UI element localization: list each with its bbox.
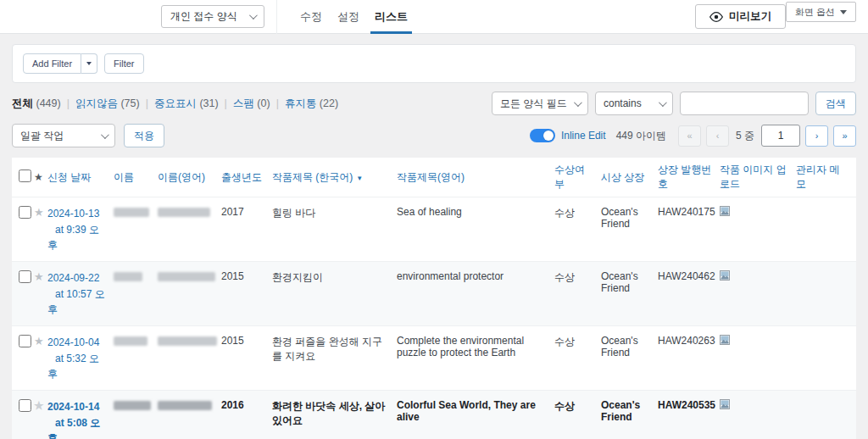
cell-certificate-no: HAW240462	[658, 262, 720, 326]
cell-title-ko: 환경지킴이	[272, 262, 397, 326]
list-controls: Inline Edit 449 아이템 « ‹ 5 중 › »	[530, 125, 856, 147]
row-checkbox[interactable]	[19, 399, 31, 412]
row-checkbox[interactable]	[19, 335, 31, 347]
screen-options-button[interactable]: 화면 옵션	[786, 2, 856, 22]
inline-edit-label[interactable]: Inline Edit	[561, 130, 606, 142]
entries-admin-screen: 개인 접수 양식 수정 설정 리스트 미리보기 화면 옵션 Add Filter	[0, 0, 868, 439]
add-filter-button[interactable]: Add Filter	[23, 53, 81, 74]
table-row: ★ 2024-10-13at 9:39 오후 2017 힐링 바다 Sea of…	[12, 197, 856, 262]
tab-edit[interactable]: 수정	[292, 0, 330, 34]
status-link-starred[interactable]: 중요표시 (31)	[154, 97, 233, 109]
cell-award: 수상	[554, 326, 601, 391]
table-header-row: ★ 신청 날짜 이름 이름(영어) 출생년도 작품제목 (한국어)▼ 작품제목(…	[12, 158, 856, 197]
star-column-icon[interactable]: ★	[34, 171, 43, 183]
cell-title-ko: 힐링 바다	[272, 197, 397, 262]
cell-title-en: environmental protector	[397, 262, 554, 326]
add-filter-dropdown-toggle[interactable]	[81, 53, 97, 74]
star-icon[interactable]: ★	[34, 399, 44, 412]
search-field-select[interactable]: 모든 양식 필드	[492, 92, 588, 115]
column-header-name[interactable]: 이름	[114, 171, 134, 183]
column-header-image-upload[interactable]: 작품 이미지 업로드	[720, 164, 787, 190]
entry-date-link[interactable]: 2024-10-14at 5:08 오후	[47, 399, 107, 439]
status-link-unread[interactable]: 읽지않음 (75)	[75, 97, 154, 109]
pagination-next-button[interactable]: ›	[805, 125, 828, 147]
tab-settings[interactable]: 설정	[330, 0, 367, 34]
redacted-name	[114, 272, 142, 281]
cell-certificate: Ocean's Friend	[601, 326, 658, 391]
cell-award: 수상	[554, 391, 601, 439]
image-thumbnail-icon[interactable]	[720, 399, 730, 412]
entry-date-link[interactable]: 2024-10-04at 5:32 오후	[47, 335, 107, 382]
bulk-action-select[interactable]: 일괄 작업	[12, 124, 115, 147]
table-row: ★ 2024-10-04at 5:32 오후 2015 환경 퍼즐을 완성해 지…	[12, 326, 856, 391]
status-link-trash[interactable]: 휴지통 (22)	[285, 97, 338, 109]
cell-certificate: Ocean's Friend	[601, 391, 658, 439]
star-icon[interactable]: ★	[34, 335, 44, 347]
column-header-admin-memo[interactable]: 관리자 메모	[796, 164, 839, 190]
cell-title-en: Colorful Sea World, They are alive	[397, 391, 554, 439]
redacted-name	[114, 336, 147, 346]
select-all-checkbox[interactable]	[19, 169, 31, 182]
entry-date: 2024-10-13	[47, 208, 99, 220]
image-thumbnail-icon[interactable]	[720, 335, 730, 347]
chevron-down-icon	[659, 98, 667, 107]
preview-button[interactable]: 미리보기	[695, 4, 786, 29]
tab-list[interactable]: 리스트	[367, 0, 415, 34]
cell-certificate-no: HAW240175	[658, 197, 720, 262]
entry-status-links: 전체 (449)읽지않음 (75)중요표시 (31)스팸 (0)휴지통 (22)	[12, 97, 338, 111]
row-checkbox[interactable]	[19, 270, 31, 283]
search-controls: 모든 양식 필드 contains 검색	[492, 92, 856, 115]
pagination-first-button[interactable]: «	[678, 125, 701, 147]
chevron-down-icon	[101, 131, 109, 139]
filter-button[interactable]: Filter	[104, 53, 143, 74]
column-header-date[interactable]: 신청 날짜	[47, 171, 91, 183]
redacted-name	[114, 208, 149, 217]
redacted-name-en	[158, 336, 217, 346]
search-operator-select[interactable]: contains	[595, 92, 673, 115]
search-field-value: 모든 양식 필드	[500, 97, 567, 111]
status-link-spam[interactable]: 스팸 (0)	[233, 97, 285, 109]
sort-descending-icon: ▼	[356, 175, 363, 182]
column-header-certificate-no[interactable]: 상장 발행번호	[658, 164, 711, 190]
star-icon[interactable]: ★	[34, 206, 44, 219]
image-thumbnail-icon[interactable]	[720, 270, 730, 283]
cell-award: 수상	[554, 197, 601, 262]
cell-admin-memo	[796, 391, 856, 439]
entries-table: ★ 신청 날짜 이름 이름(영어) 출생년도 작품제목 (한국어)▼ 작품제목(…	[12, 158, 856, 439]
column-header-title-en[interactable]: 작품제목(영어)	[397, 171, 465, 183]
column-header-name-en[interactable]: 이름(영어)	[158, 171, 205, 183]
pagination-prev-button[interactable]: ‹	[706, 125, 729, 147]
tab-bar: 수정 설정 리스트	[292, 0, 415, 34]
topbar: 개인 접수 양식 수정 설정 리스트 미리보기 화면 옵션	[0, 0, 868, 34]
pagination-last-button[interactable]: »	[833, 125, 856, 147]
entry-date-link[interactable]: 2024-09-22at 10:57 오후	[47, 270, 107, 318]
search-button[interactable]: 검색	[815, 92, 856, 115]
form-selector-dropdown[interactable]: 개인 접수 양식	[161, 5, 264, 28]
cell-certificate-no: HAW240535	[658, 391, 720, 439]
add-filter-split-button: Add Filter	[23, 53, 97, 74]
cell-admin-memo	[796, 262, 856, 326]
star-icon[interactable]: ★	[34, 270, 44, 283]
entry-time: at 5:08 오후	[47, 417, 100, 439]
cell-birth-year: 2016	[221, 391, 272, 439]
entry-date-link[interactable]: 2024-10-13at 9:39 오후	[47, 206, 107, 253]
cell-birth-year: 2015	[221, 262, 272, 326]
apply-button[interactable]: 적용	[124, 124, 164, 147]
column-header-birth-year[interactable]: 출생년도	[221, 171, 262, 183]
pagination-page-input[interactable]	[761, 125, 800, 147]
status-link-all[interactable]: 전체 (449)	[12, 97, 75, 109]
chevron-down-icon	[249, 11, 258, 19]
column-header-certificate[interactable]: 시상 상장	[601, 171, 644, 183]
search-input[interactable]	[680, 92, 809, 115]
column-header-title-ko[interactable]: 작품제목 (한국어)▼	[272, 171, 363, 183]
image-thumbnail-icon[interactable]	[720, 206, 730, 219]
entry-time: at 10:57 오후	[47, 288, 105, 316]
entry-date: 2024-10-04	[47, 336, 99, 348]
column-header-award[interactable]: 수상여부	[554, 164, 585, 190]
cell-title-en: Complete the environmental puzzle to pro…	[397, 326, 554, 391]
row-checkbox[interactable]	[19, 206, 31, 219]
eye-icon	[709, 11, 723, 23]
preview-label: 미리보기	[729, 9, 771, 24]
inline-edit-toggle[interactable]	[530, 129, 555, 142]
pagination: « ‹ 5 중 › »	[678, 125, 856, 147]
